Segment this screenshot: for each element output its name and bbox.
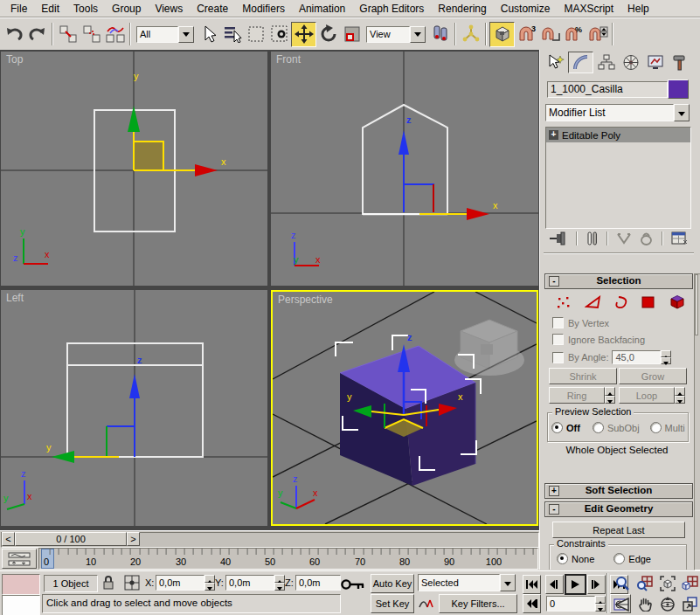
absolute-mode-transform-toggle[interactable] (124, 575, 141, 591)
key-mode-toggle-button[interactable] (523, 594, 541, 613)
by-angle-option[interactable]: By Angle: 45,0 (552, 350, 671, 364)
preview-off-radio[interactable] (551, 422, 563, 433)
rectangular-selection-region-button[interactable] (244, 23, 267, 46)
time-slider-handle[interactable]: < 0 / 100 > (2, 532, 140, 546)
default-in-out-tangent-button[interactable] (418, 595, 435, 611)
set-key-mode-icon-area[interactable] (341, 578, 365, 591)
snap-3d-button[interactable]: 3 (515, 23, 538, 46)
dropdown-arrow-icon[interactable] (500, 574, 516, 591)
menu-customize[interactable]: Customize (494, 1, 558, 17)
soft-selection-rollout-header[interactable]: + Soft Selection (544, 483, 693, 499)
menu-file[interactable]: File (3, 1, 34, 17)
bind-to-spacewarp-button[interactable] (103, 23, 127, 46)
current-frame-field[interactable]: 0 (546, 596, 595, 612)
y-spinner[interactable] (274, 575, 285, 591)
configure-modifier-sets-button[interactable] (671, 231, 689, 245)
unlink-selection-button[interactable] (80, 23, 103, 46)
polygon-subobject-button[interactable] (641, 295, 655, 309)
key-filters-button[interactable]: Key Filters... (439, 594, 517, 613)
command-panel-scrollbar[interactable] (694, 273, 700, 570)
window-crossing-button[interactable] (267, 23, 291, 46)
maxscript-mini-listener-white[interactable] (2, 595, 40, 615)
previous-frame-arrow[interactable]: < (2, 532, 15, 546)
select-and-link-button[interactable] (56, 23, 80, 46)
key-mode-dropdown[interactable]: Selected (418, 574, 516, 591)
menu-create[interactable]: Create (190, 1, 235, 17)
snaps-toggle-button[interactable] (489, 22, 515, 47)
zoom-extents-all-button[interactable] (680, 573, 700, 593)
spinner-snap-button[interactable] (586, 23, 609, 46)
modifier-stack[interactable]: + Editable Poly (545, 127, 691, 229)
open-mini-curve-editor-button[interactable] (2, 549, 37, 569)
border-subobject-button[interactable] (615, 295, 629, 309)
ring-button[interactable]: Ring (549, 387, 605, 404)
shrink-button[interactable]: Shrink (549, 368, 617, 384)
select-and-manipulate-button[interactable] (459, 23, 482, 46)
arc-rotate-button[interactable] (657, 594, 677, 614)
menu-tools[interactable]: Tools (66, 1, 105, 17)
play-animation-button[interactable] (565, 574, 586, 595)
expand-icon[interactable]: + (549, 486, 559, 496)
viewport-top[interactable]: Top y x y z x (1, 52, 267, 286)
repeat-last-button[interactable]: Repeat Last (552, 522, 685, 538)
stack-item-label[interactable]: Editable Poly (562, 130, 620, 141)
maximize-viewport-toggle-button[interactable] (680, 594, 700, 614)
by-angle-field[interactable]: 45,0 (612, 350, 661, 364)
top-viewport-canvas[interactable]: y x y z x (1, 52, 267, 286)
zoom-all-button[interactable] (634, 573, 655, 593)
expand-stack-icon[interactable]: + (549, 130, 558, 140)
selection-rollout-header[interactable]: - Selection (544, 273, 693, 289)
y-coordinate-field[interactable]: 0,0m (225, 575, 274, 591)
show-end-result-button[interactable] (586, 231, 599, 245)
viewport-perspective[interactable]: Perspective (271, 290, 538, 526)
viewport-left[interactable]: Left z y z y x (1, 290, 267, 526)
frame-spinner[interactable] (595, 596, 606, 612)
pin-stack-button[interactable] (549, 231, 568, 245)
viewport-top-label[interactable]: Top (6, 53, 23, 66)
constraint-none-radio[interactable] (557, 553, 568, 564)
menu-edit[interactable]: Edit (34, 1, 66, 17)
time-slider-track[interactable]: < 0 / 100 > (0, 530, 539, 547)
perspective-viewport-canvas[interactable]: z x y z y x (273, 292, 537, 524)
ignore-backfacing-checkbox[interactable] (552, 334, 564, 345)
edge-subobject-button[interactable] (585, 295, 602, 309)
menu-maxscript[interactable]: MAXScript (557, 1, 620, 17)
loop-button[interactable]: Loop (619, 387, 675, 404)
pan-view-button[interactable] (634, 594, 655, 614)
by-angle-checkbox[interactable] (552, 352, 564, 363)
tab-modify[interactable] (568, 52, 593, 73)
dropdown-arrow-icon[interactable] (674, 104, 690, 121)
undo-button[interactable] (2, 23, 25, 46)
redo-button[interactable] (25, 23, 49, 46)
make-unique-button[interactable] (616, 232, 632, 245)
front-viewport-canvas[interactable]: z x z y x (271, 52, 538, 286)
menu-help[interactable]: Help (620, 1, 656, 17)
track-bar-ruler[interactable]: 0 10 20 30 40 50 60 70 80 90 100 (38, 548, 538, 570)
x-spinner[interactable] (204, 575, 215, 591)
time-slider-value[interactable]: 0 / 100 (15, 532, 127, 546)
vertex-subobject-button[interactable] (556, 295, 572, 309)
maxscript-mini-listener-pink[interactable] (2, 574, 40, 595)
zoom-button[interactable] (612, 573, 632, 593)
zoom-extents-button[interactable] (657, 573, 677, 593)
select-and-move-button[interactable] (291, 22, 316, 47)
viewport-front[interactable]: Front z x z y x (271, 52, 538, 286)
x-coordinate-field[interactable]: 0,0m (156, 575, 204, 591)
next-frame-arrow[interactable]: > (127, 532, 140, 546)
preview-multi-radio[interactable] (650, 422, 662, 433)
menu-graph-editors[interactable]: Graph Editors (352, 1, 431, 17)
tab-display[interactable] (643, 52, 667, 73)
edit-geometry-rollout-header[interactable]: - Edit Geometry (544, 501, 693, 517)
object-name-field[interactable]: 1_1000_Casilla (547, 81, 668, 98)
select-object-button[interactable] (197, 23, 220, 46)
menu-views[interactable]: Views (148, 1, 190, 17)
tab-motion[interactable] (619, 52, 642, 73)
field-of-view-button[interactable] (612, 594, 632, 614)
z-coordinate-field[interactable]: 0,0m (295, 575, 341, 591)
constraint-edge-radio[interactable] (613, 553, 625, 564)
by-vertex-checkbox[interactable] (552, 317, 564, 328)
modifier-list-dropdown[interactable]: Modifier List (545, 104, 690, 121)
menu-rendering[interactable]: Rendering (431, 1, 493, 17)
remove-modifier-button[interactable] (640, 231, 653, 245)
menu-group[interactable]: Group (105, 1, 148, 17)
